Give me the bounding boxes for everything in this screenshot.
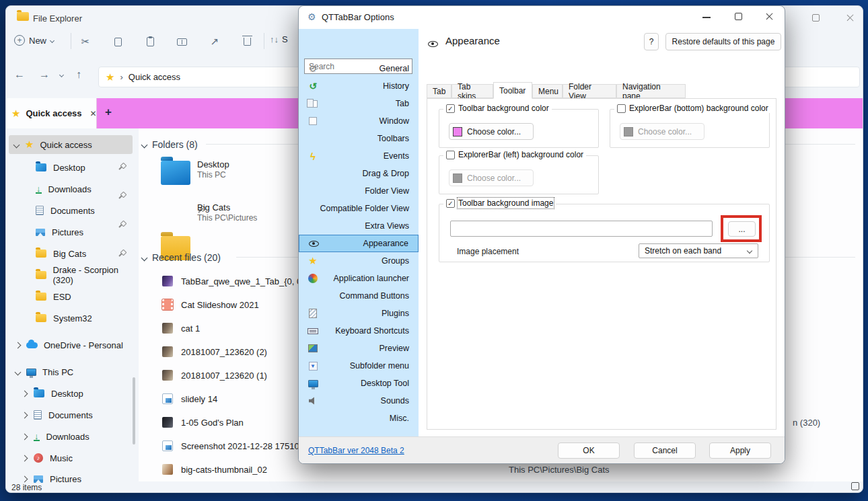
dialog-nav-history[interactable]: ↺History — [299, 77, 419, 95]
version-link[interactable]: QTTabBar ver 2048 Beta 2 — [308, 446, 404, 455]
apply-button[interactable]: Apply — [709, 442, 771, 459]
chevron-collapsed-icon[interactable] — [22, 390, 28, 397]
page-tab-folder-view[interactable]: Folder View — [563, 84, 616, 98]
cancel-button[interactable]: Cancel — [634, 442, 696, 459]
page-tab-toolbar[interactable]: Toolbar — [493, 82, 532, 99]
sidebar-item-pc-desktop[interactable]: Desktop — [22, 385, 83, 401]
copy-button[interactable] — [108, 32, 128, 52]
sidebar-item-pc-downloads[interactable]: ↓Downloads — [22, 428, 89, 445]
recent-files-section-header[interactable]: Recent files (20) — [142, 249, 221, 266]
chevron-collapsed-icon[interactable] — [22, 455, 28, 461]
up-button[interactable]: ↑ — [76, 69, 81, 81]
dialog-minimize-button[interactable] — [702, 17, 711, 18]
tab-close-icon[interactable]: ✕ — [90, 109, 97, 118]
page-tab-tab-skins[interactable]: Tab skins — [451, 84, 493, 98]
dialog-nav-toolbars[interactable]: Toolbars — [299, 130, 419, 147]
recent-file-row[interactable]: slidely 14 — [162, 391, 217, 407]
nav-item-label: Compatible Folder View — [320, 204, 409, 213]
restore-defaults-button[interactable]: Restore defaults of this page — [665, 33, 781, 50]
dialog-nav-command-buttons[interactable]: Command Buttons — [299, 287, 419, 305]
dialog-nav-extra-views[interactable]: Extra Views — [299, 217, 419, 235]
sidebar-item-system32[interactable]: System32 — [36, 310, 92, 326]
page-tab-menu[interactable]: Menu — [532, 84, 563, 98]
sidebar-item-pictures[interactable]: Pictures — [36, 224, 83, 240]
dialog-nav-window[interactable]: Window — [299, 112, 419, 130]
explorerbar-left-checkbox[interactable] — [446, 151, 455, 159]
sidebar-item-desktop[interactable]: Desktop — [36, 159, 85, 176]
dialog-nav-desktop-tool[interactable]: Desktop Tool — [299, 375, 419, 392]
dialog-nav-folder-view[interactable]: Folder View — [299, 182, 419, 200]
sidebar-item-drake-scorpion[interactable]: Drake - Scorpion (320) — [36, 267, 139, 283]
sidebar-scrollbar[interactable] — [133, 377, 135, 445]
recent-file-row[interactable]: Cat Slideshow 2021 — [162, 297, 259, 313]
dialog-nav-plugins[interactable]: Plugins — [299, 305, 419, 322]
dialog-nav-subfolder-menu[interactable]: ▼Subfolder menu — [299, 357, 419, 375]
sidebar-item-pc-music[interactable]: ♪Music — [22, 450, 73, 466]
group-label: ExplorerBar (bottom) background color — [629, 104, 768, 113]
dialog-nav-tab[interactable]: Tab — [299, 95, 419, 112]
image-path-input[interactable] — [450, 221, 713, 237]
recent-file-row[interactable]: cat 1 — [162, 320, 200, 336]
folder-tile-name[interactable]: Big Cats — [197, 202, 230, 213]
sidebar-item-quick-access[interactable]: ★ Quick access — [9, 135, 133, 154]
help-button[interactable]: ? — [644, 33, 659, 50]
sidebar-item-big-cats[interactable]: Big Cats — [36, 245, 86, 262]
image-placement-dropdown[interactable]: Stretch on each band — [639, 243, 758, 258]
new-tab-button[interactable]: + — [105, 106, 112, 119]
dialog-nav-events[interactable]: ϟEvents — [299, 147, 419, 165]
cut-button[interactable]: ✂ — [75, 32, 96, 52]
folders-section-header[interactable]: Folders (8) — [142, 137, 198, 153]
new-button[interactable]: + New — [14, 30, 61, 50]
dialog-nav-preview[interactable]: Preview — [299, 340, 419, 357]
dialog-nav-general[interactable]: ⚙General — [299, 60, 419, 77]
recent-file-row[interactable]: 20181007_123620 (2) — [162, 344, 267, 360]
chevron-collapsed-icon[interactable] — [22, 412, 28, 418]
dialog-nav-application-launcher[interactable]: Application launcher — [299, 270, 419, 287]
dialog-maximize-button[interactable] — [735, 13, 742, 20]
explorer-maximize-button[interactable] — [812, 14, 820, 22]
sidebar-item-onedrive[interactable]: OneDrive - Personal — [15, 337, 123, 353]
ok-button[interactable]: OK — [558, 442, 620, 459]
dialog-nav-compatible-folder-view[interactable]: Compatible Folder View — [299, 200, 419, 217]
sidebar-item-pc-documents[interactable]: Documents — [22, 407, 93, 423]
sort-button[interactable]: ↑↓ S — [270, 34, 288, 44]
delete-button[interactable] — [237, 32, 257, 52]
forward-button[interactable]: → — [39, 69, 50, 81]
dialog-nav-appearance[interactable]: Appearance — [299, 235, 419, 252]
toolbar-bg-image-checkbox[interactable]: ✓ — [446, 199, 455, 208]
dialog-nav-keyboard-shortcuts[interactable]: Keyboard Shortcuts — [299, 322, 419, 340]
chevron-collapsed-icon[interactable] — [15, 342, 22, 348]
page-tab-tab[interactable]: Tab — [427, 84, 451, 98]
chevron-expanded-icon[interactable] — [13, 141, 20, 148]
rename-button[interactable] — [172, 32, 192, 52]
toolbar-bg-color-checkbox[interactable]: ✓ — [446, 104, 455, 113]
chevron-expanded-icon[interactable] — [15, 369, 22, 375]
sidebar-item-documents[interactable]: Documents — [36, 202, 95, 219]
chevron-expanded-icon[interactable] — [141, 141, 148, 148]
recent-file-row[interactable]: big-cats-thumbnail_02 — [162, 461, 267, 477]
folder-tile-desktop-icon[interactable] — [161, 161, 190, 185]
dialog-nav-sounds[interactable]: Sounds — [299, 392, 419, 410]
dialog-nav-drag-drop[interactable]: Drag & Drop — [299, 165, 419, 182]
explorer-close-button[interactable] — [846, 13, 855, 22]
dialog-nav-misc[interactable]: Misc. — [299, 410, 419, 427]
chevron-collapsed-icon[interactable] — [22, 433, 28, 440]
recent-file-row[interactable]: 1-05 God's Plan — [162, 414, 244, 430]
choose-color-button[interactable]: Choose color... — [449, 123, 534, 140]
chevron-expanded-icon[interactable] — [141, 254, 148, 261]
explorerbar-bottom-checkbox[interactable] — [617, 104, 626, 113]
thumbnail-view-toggle[interactable] — [851, 482, 859, 490]
recent-file-row[interactable]: Screenshot 2021-12-28 175109 — [162, 438, 304, 454]
dialog-nav-groups[interactable]: ★Groups — [299, 252, 419, 270]
recent-locations-chevron[interactable] — [59, 73, 64, 77]
share-button[interactable]: ↗ — [205, 32, 225, 52]
sidebar-item-this-pc[interactable]: This PC — [15, 364, 73, 380]
paste-button[interactable] — [140, 32, 160, 52]
tab-quick-access[interactable]: ★ Quick access ✕ — [6, 98, 97, 128]
back-button[interactable]: ← — [14, 69, 25, 81]
sidebar-item-downloads[interactable]: ↓Downloads — [36, 181, 92, 197]
page-tab-navigation-pane[interactable]: Navigation pane — [616, 84, 686, 98]
folder-tile-name[interactable]: Desktop — [197, 159, 229, 169]
recent-file-row[interactable]: 20181007_123620 (1) — [162, 367, 267, 383]
sidebar-item-esd[interactable]: ESD — [36, 288, 71, 305]
